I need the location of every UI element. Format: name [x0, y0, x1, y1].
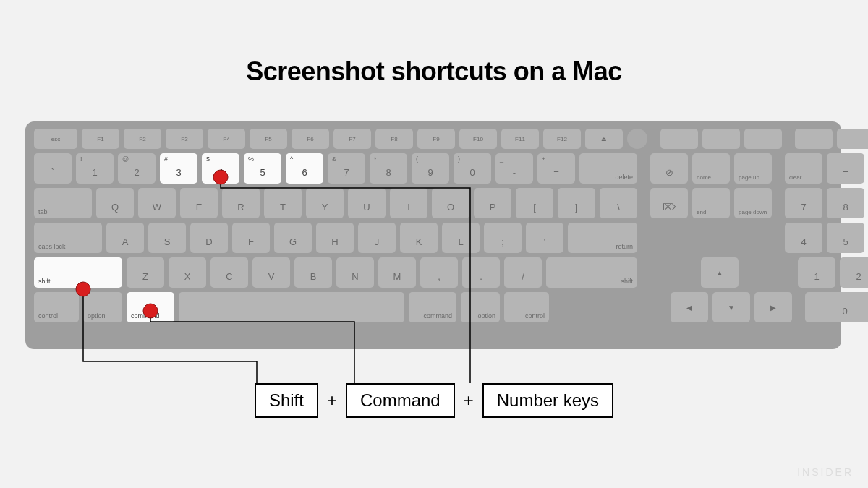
key-option-right: option: [461, 292, 500, 322]
key-fn-ext4: [795, 129, 833, 149]
key-quote: ': [526, 223, 563, 253]
key-delete: delete: [579, 153, 637, 184]
key-esc: esc: [34, 129, 77, 149]
key-f4: F4: [208, 129, 245, 149]
plus-icon: +: [327, 390, 337, 411]
key-grave: `: [34, 153, 72, 184]
key-arrow-right: ▶: [754, 292, 792, 322]
key-f6: F6: [292, 129, 329, 149]
key-o: O: [432, 188, 469, 218]
key-arrow-left: ◀: [671, 292, 708, 322]
key-j: J: [358, 223, 396, 253]
watermark: INSIDER: [797, 466, 854, 478]
key-fn-ext5: [837, 129, 868, 149]
key-k: K: [400, 223, 438, 253]
key-end: end: [692, 188, 730, 218]
key-1: !1: [76, 153, 114, 184]
key-b: B: [294, 257, 332, 288]
key-np-eq: =: [827, 153, 864, 184]
key-f1: F1: [82, 129, 119, 149]
key-lbracket: [: [516, 188, 553, 218]
key-f8: F8: [375, 129, 413, 149]
key-8: *8: [370, 153, 407, 184]
key-semicolon: ;: [484, 223, 522, 253]
key-f3: F3: [166, 129, 203, 149]
legend-row: Shift + Command + Number keys: [0, 383, 868, 418]
key-arrow-up: ▲: [701, 257, 739, 288]
key-f5: F5: [250, 129, 287, 149]
key-shift-left: shift: [34, 257, 122, 288]
key-s: S: [148, 223, 186, 253]
key-f9: F9: [417, 129, 455, 149]
key-capslock: caps lock: [34, 223, 102, 253]
key-v: V: [252, 257, 290, 288]
key-np-8: 8: [827, 188, 864, 218]
touch-id: [627, 129, 647, 149]
key-control-left: control: [34, 292, 79, 322]
key-w: W: [138, 188, 176, 218]
key-np-4: 4: [785, 223, 822, 253]
key-h: H: [316, 223, 354, 253]
key-comma: ,: [420, 257, 458, 288]
key-fn-ext1: [660, 129, 698, 149]
legend-numbers: Number keys: [482, 383, 613, 418]
key-rbracket: ]: [558, 188, 595, 218]
key-np-5: 5: [827, 223, 864, 253]
key-f2: F2: [124, 129, 161, 149]
legend-command: Command: [346, 383, 455, 418]
key-fwd-del: ⌦: [650, 188, 688, 218]
key-f: F: [232, 223, 270, 253]
key-d: D: [190, 223, 228, 253]
key-a: A: [106, 223, 144, 253]
key-9: (9: [412, 153, 449, 184]
key-tab: tab: [34, 188, 92, 218]
key-i: I: [390, 188, 427, 218]
key-command-left: command: [127, 292, 174, 322]
key-fn-ext2: [702, 129, 740, 149]
key-f12: F12: [543, 129, 581, 149]
key-r: R: [222, 188, 260, 218]
key-return: return: [568, 223, 637, 253]
key-0: )0: [454, 153, 491, 184]
key-2: @2: [118, 153, 156, 184]
key-slash: /: [504, 257, 542, 288]
key-fn-del: ⊘: [650, 153, 688, 184]
key-period: .: [462, 257, 500, 288]
key-l: L: [442, 223, 480, 253]
keyboard-illustration: esc F1 F2 F3 F4 F5 F6 F7 F8 F9 F10 F11 F…: [25, 121, 841, 349]
key-5: %5: [244, 153, 281, 184]
key-np-1: 1: [798, 257, 835, 288]
key-e: E: [180, 188, 218, 218]
key-4: $4: [202, 153, 239, 184]
plus-icon: +: [464, 390, 474, 411]
key-pageup: page up: [734, 153, 772, 184]
key-backslash: \: [600, 188, 637, 218]
key-command-right: command: [409, 292, 456, 322]
key-7: &7: [328, 153, 365, 184]
key-m: M: [378, 257, 416, 288]
key-y: Y: [306, 188, 344, 218]
key-control-right: control: [504, 292, 549, 322]
key-arrow-down: ▼: [712, 292, 750, 322]
key-np-2: 2: [840, 257, 868, 288]
key-home: home: [692, 153, 730, 184]
key-x: X: [169, 257, 206, 288]
key-shift-right: shift: [546, 257, 637, 288]
key-c: C: [210, 257, 248, 288]
key-n: N: [336, 257, 374, 288]
key-minus: _-: [495, 153, 533, 184]
key-p: P: [474, 188, 511, 218]
key-fn-ext3: [744, 129, 782, 149]
page-title: Screenshot shortcuts on a Mac: [0, 0, 868, 87]
key-option-left: option: [83, 292, 122, 322]
legend-shift: Shift: [255, 383, 318, 418]
key-clear: clear: [785, 153, 822, 184]
key-np-0: 0: [805, 292, 868, 322]
key-u: U: [348, 188, 386, 218]
key-space: [179, 292, 404, 322]
key-equals: +=: [537, 153, 575, 184]
key-eject: ⏏: [585, 129, 623, 149]
key-np-7: 7: [785, 188, 822, 218]
key-f11: F11: [501, 129, 539, 149]
key-q: Q: [96, 188, 134, 218]
